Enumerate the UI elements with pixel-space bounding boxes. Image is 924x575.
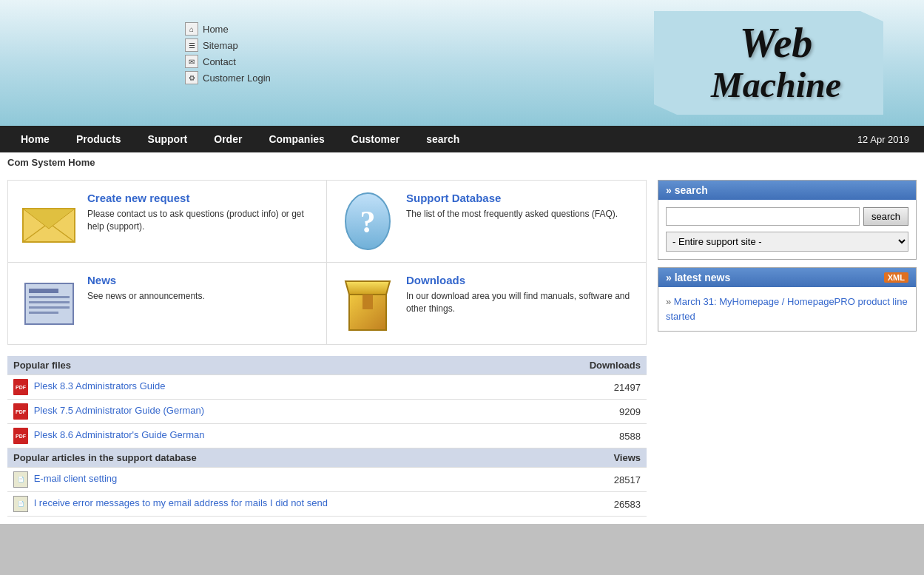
popular-files-label: Popular files — [7, 356, 543, 375]
feature-grid: Create new request Please contact us to … — [7, 180, 647, 345]
pdf-icon: PDF — [13, 403, 28, 420]
nav-items: Home Products Support Order Companies Cu… — [7, 126, 473, 152]
sidebar: search search - Entire support site - Pr… — [654, 172, 924, 524]
envelope-icon — [19, 192, 78, 251]
news-item: March 31: MyHomepage / HomepagePRO produ… — [666, 295, 908, 323]
svg-text:?: ? — [360, 205, 376, 239]
customer-login-link[interactable]: ⚙ Customer Login — [185, 71, 271, 84]
feature-desc-support-db: The list of the most frequently asked qu… — [406, 208, 618, 221]
popular-article-count-2: 26583 — [543, 492, 647, 517]
feature-desc-news: See news or announcements. — [87, 290, 205, 303]
feature-news: News See news or announcements. — [8, 263, 327, 344]
popular-file-count-2: 9209 — [543, 400, 647, 424]
home-link-label: Home — [203, 24, 229, 35]
popular-articles-label: Popular articles in the support database — [7, 448, 543, 468]
table-row: 📄 I receive error messages to my email a… — [7, 492, 647, 517]
home-icon: ⌂ — [185, 22, 198, 36]
question-icon: ? — [338, 192, 397, 251]
sidebar-news-box: latest news XML March 31: MyHomepage / H… — [658, 267, 917, 332]
svg-rect-8 — [29, 296, 70, 298]
feature-title-downloads[interactable]: Downloads — [406, 274, 635, 286]
contact-icon: ✉ — [185, 55, 198, 68]
doc-icon: 📄 — [13, 471, 28, 488]
contact-link[interactable]: ✉ Contact — [185, 55, 271, 68]
table-row: PDF Plesk 7.5 Administrator Guide (Germa… — [7, 400, 647, 424]
contact-link-label: Contact — [203, 56, 236, 67]
sidebar-search-box: search search - Entire support site - Pr… — [658, 180, 917, 260]
feature-support-database: ? Support Database The list of the most … — [327, 181, 646, 263]
xml-badge[interactable]: XML — [884, 272, 908, 283]
sidebar-search-header: search — [658, 181, 916, 200]
svg-rect-11 — [29, 312, 58, 314]
breadcrumb: Com System Home — [0, 152, 924, 172]
sitemap-link-label: Sitemap — [203, 40, 238, 51]
sidebar-news-header-label: latest news — [666, 272, 730, 283]
logo-web: Web — [740, 21, 813, 67]
table-row: 📄 E-mail client setting 28517 — [7, 468, 647, 492]
pdf-icon: PDF — [13, 428, 28, 444]
search-scope-select[interactable]: - Entire support site - Products Support… — [666, 232, 908, 252]
sitemap-link[interactable]: ☰ Sitemap — [185, 38, 271, 52]
popular-article-link-2[interactable]: I receive error messages to my email add… — [34, 497, 328, 508]
nav-support[interactable]: Support — [135, 126, 201, 152]
feature-downloads: Downloads In our download area you will … — [327, 263, 646, 344]
popular-file-link-2[interactable]: Plesk 7.5 Administrator Guide (German) — [34, 405, 204, 416]
feature-create-request: Create new request Please contact us to … — [8, 181, 327, 263]
feature-title-support-db[interactable]: Support Database — [406, 192, 618, 204]
search-button[interactable]: search — [863, 207, 908, 226]
logo-machine: Machine — [711, 66, 841, 105]
popular-article-link-1[interactable]: E-mail client setting — [34, 473, 118, 484]
svg-marker-13 — [345, 281, 390, 295]
popular-article-count-1: 28517 — [543, 468, 647, 492]
news-item-link-1[interactable]: March 31: MyHomepage / HomepagePRO produ… — [666, 296, 908, 322]
home-link[interactable]: ⌂ Home — [185, 22, 271, 36]
feature-desc-downloads: In our download area you will find manua… — [406, 290, 635, 315]
nav-order[interactable]: Order — [200, 126, 255, 152]
site-logo: Web Machine — [650, 7, 902, 118]
svg-rect-7 — [29, 289, 58, 293]
popular-file-link-1[interactable]: Plesk 8.3 Administrators Guide — [34, 380, 166, 391]
download-icon — [338, 274, 397, 333]
main-navbar: Home Products Support Order Companies Cu… — [0, 126, 924, 152]
popular-files-table: Popular files Downloads PDF Plesk 8.3 Ad… — [7, 356, 647, 517]
feature-title-news[interactable]: News — [87, 274, 205, 286]
sitemap-icon: ☰ — [185, 38, 198, 52]
feature-title-create-request[interactable]: Create new request — [87, 192, 315, 204]
pdf-icon: PDF — [13, 379, 28, 395]
nav-companies[interactable]: Companies — [255, 126, 337, 152]
popular-file-count-1: 21497 — [543, 375, 647, 400]
nav-customer[interactable]: Customer — [338, 126, 413, 152]
svg-rect-9 — [29, 301, 70, 303]
date-display: 12 Apr 2019 — [857, 134, 917, 145]
search-input[interactable] — [666, 207, 860, 226]
news-icon — [19, 274, 78, 333]
sidebar-news-header: latest news XML — [658, 268, 916, 287]
popular-articles-views-label: Views — [543, 448, 647, 468]
svg-rect-14 — [362, 295, 373, 309]
popular-files-downloads-label: Downloads — [543, 356, 647, 375]
table-row: PDF Plesk 8.3 Administrators Guide 21497 — [7, 375, 647, 400]
doc-icon: 📄 — [13, 496, 28, 512]
svg-rect-10 — [29, 306, 70, 309]
nav-home[interactable]: Home — [7, 126, 63, 152]
popular-file-count-3: 8588 — [543, 424, 647, 448]
feature-desc-create-request: Please contact us to ask questions (prod… — [87, 208, 315, 233]
nav-search[interactable]: search — [413, 126, 473, 152]
table-row: PDF Plesk 8.6 Administrator's Guide Germ… — [7, 424, 647, 448]
customer-login-label: Customer Login — [203, 73, 271, 84]
nav-products[interactable]: Products — [63, 126, 135, 152]
login-icon: ⚙ — [185, 71, 198, 84]
popular-file-link-3[interactable]: Plesk 8.6 Administrator's Guide German — [34, 429, 205, 440]
